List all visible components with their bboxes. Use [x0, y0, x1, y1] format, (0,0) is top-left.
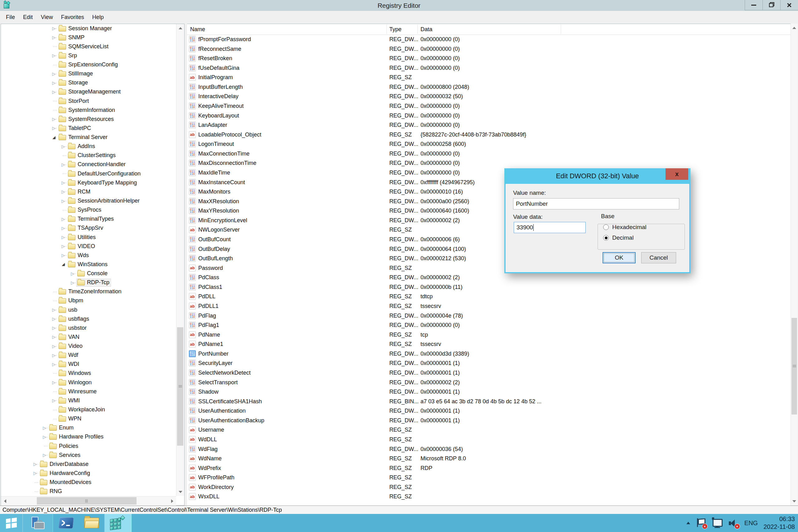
list-row-maxidletime[interactable]: 011110MaxIdleTimeREG_DW...0x00000000 (0): [187, 168, 791, 178]
tree-item-session-manager[interactable]: ▷Session Manager: [1, 24, 184, 33]
tree-item-content[interactable]: usbflags: [58, 315, 91, 323]
list-row-pddll1[interactable]: abPdDLL1REG_SZtssecsrv: [187, 301, 791, 311]
taskbar-powershell[interactable]: [53, 514, 79, 532]
list-row-userauthentication[interactable]: 011110UserAuthenticationREG_DW...0x00000…: [187, 406, 791, 416]
tree-item-content[interactable]: Services: [48, 451, 82, 459]
collapsed-arrow-icon[interactable]: ▷: [61, 197, 66, 205]
tree-item-usbstor[interactable]: ▷usbstor: [1, 323, 184, 332]
tree-item-content[interactable]: Wds: [67, 251, 90, 259]
collapsed-arrow-icon[interactable]: ▷: [52, 71, 56, 77]
tree-item-content[interactable]: Ubpm: [58, 297, 85, 305]
tree-item-content[interactable]: RDP-Tcp: [76, 279, 111, 287]
collapsed-arrow-icon[interactable]: ▷: [61, 216, 66, 223]
tree-item-content[interactable]: WorkplaceJoin: [58, 406, 107, 414]
start-button[interactable]: [0, 514, 23, 532]
collapsed-arrow-icon[interactable]: ▷: [33, 461, 38, 468]
tree-item-keyboardtype-mapping[interactable]: ▷KeyboardType Mapping: [1, 178, 184, 187]
tree-scrollbar-thumb[interactable]: [177, 327, 183, 446]
tree-item-wmi[interactable]: ▷WMI: [1, 396, 184, 405]
list-vertical-scrollbar[interactable]: [791, 24, 798, 505]
tree-item-ubpm[interactable]: Ubpm: [1, 297, 184, 305]
tree-item-content[interactable]: TSAppSrv: [67, 224, 105, 232]
tree-item-wdf[interactable]: ▷Wdf: [1, 351, 184, 360]
list-row-minencryptionlevel[interactable]: 011110MinEncryptionLevelREG_DW...0x00000…: [187, 216, 791, 225]
tree-item-rdp-tcp[interactable]: ▷RDP-Tcp: [1, 278, 184, 287]
tree-item-clustersettings[interactable]: ClusterSettings: [1, 151, 184, 160]
tree-item-hardwareconfig[interactable]: ▷HardwareConfig: [1, 469, 184, 478]
list-row-selectnetworkdetect[interactable]: 011110SelectNetworkDetectREG_DW...0x0000…: [187, 368, 791, 378]
collapsed-arrow-icon[interactable]: ▷: [52, 34, 56, 41]
list-row-pdclass1[interactable]: 011110PdClass1REG_DW...0x0000000b (11): [187, 282, 791, 292]
collapsed-arrow-icon[interactable]: ▷: [70, 270, 75, 277]
list-row-workdirectory[interactable]: abWorkDirectoryREG_SZ: [187, 482, 791, 492]
tree-item-srpextensionconfig[interactable]: SrpExtensionConfig: [1, 60, 184, 70]
list-row-wdflag[interactable]: 011110WdFlagREG_DW...0x00000036 (54): [187, 444, 791, 454]
list-row-interactivedelay[interactable]: 011110InteractiveDelayREG_DW...0x0000003…: [187, 92, 791, 101]
tree-item-systemresources[interactable]: ▷SystemResources: [1, 115, 184, 124]
list-row-maxmonitors[interactable]: 011110MaxMonitorsREG_DW...0x00000010 (16…: [187, 187, 791, 197]
list-row-lanadapter[interactable]: 011110LanAdapterREG_DW...0x00000000 (0): [187, 120, 791, 130]
restore-button[interactable]: [762, 0, 780, 10]
collapsed-arrow-icon[interactable]: ▷: [42, 424, 47, 431]
list-row-initialprogram[interactable]: abInitialProgramREG_SZ: [187, 73, 791, 82]
tree-item-content[interactable]: WMI: [58, 396, 81, 404]
tree-item-stillimage[interactable]: ▷StillImage: [1, 70, 184, 78]
list-row-selecttransport[interactable]: 011110SelectTransportREG_DW...0x00000002…: [187, 378, 791, 387]
collapsed-arrow-icon[interactable]: ▷: [52, 352, 56, 359]
list-row-nwlogonserver[interactable]: abNWLogonServerREG_SZ: [187, 225, 791, 235]
tree-item-content[interactable]: Enum: [48, 424, 75, 432]
tree-item-terminaltypes[interactable]: ▷TerminalTypes: [1, 215, 184, 224]
collapsed-arrow-icon[interactable]: ▷: [52, 89, 56, 95]
collapsed-arrow-icon[interactable]: ▷: [52, 334, 56, 340]
tree-item-driverdatabase[interactable]: ▷DriverDatabase: [1, 460, 184, 469]
list-row-wsxdll[interactable]: abWsxDLLREG_SZ: [187, 492, 791, 501]
volume-muted-icon[interactable]: ×: [728, 517, 739, 529]
ok-button[interactable]: OK: [603, 252, 635, 263]
list-row-fresetbroken[interactable]: 011110fResetBrokenREG_DW...0x00000000 (0…: [187, 54, 791, 63]
tree-item-content[interactable]: SystemResources: [58, 115, 115, 123]
minimize-button[interactable]: [745, 0, 762, 10]
tree-item-content[interactable]: StorageManagement: [58, 88, 122, 96]
list-row-outbuflength[interactable]: 011110OutBufLengthREG_DW...0x00000212 (5…: [187, 254, 791, 263]
list-row-inputbufferlength[interactable]: 011110InputBufferLengthREG_DW...0x000008…: [187, 82, 791, 92]
tree-item-content[interactable]: Console: [76, 270, 109, 278]
tree-item-console[interactable]: ▷Console: [1, 269, 184, 278]
tree-item-policies[interactable]: Policies: [1, 442, 184, 451]
collapsed-arrow-icon[interactable]: ▷: [61, 243, 66, 250]
tree-item-content[interactable]: WPN: [58, 415, 83, 423]
collapsed-arrow-icon[interactable]: ▷: [61, 143, 66, 150]
list-row-sslcertificatesha1hash[interactable]: 011110SSLCertificateSHA1HashREG_BIN...a7…: [187, 397, 791, 406]
collapsed-arrow-icon[interactable]: ▷: [61, 161, 66, 168]
tree-item-content[interactable]: SystemInformation: [58, 106, 117, 114]
collapsed-arrow-icon[interactable]: ▷: [61, 234, 66, 241]
menu-favorites[interactable]: Favorites: [57, 13, 88, 22]
tree-item-sqmservicelist[interactable]: SQMServiceList: [1, 42, 184, 51]
list-row-pdclass[interactable]: 011110PdClassREG_DW...0x00000002 (2): [187, 273, 791, 282]
tree-item-van[interactable]: ▷VAN: [1, 332, 184, 342]
collapsed-arrow-icon[interactable]: ▷: [33, 470, 38, 476]
list-row-wddll[interactable]: abWdDLLREG_SZ: [187, 435, 791, 444]
tree-item-video[interactable]: ▷VIDEO: [1, 242, 184, 251]
expanded-arrow-icon[interactable]: ◢: [61, 261, 66, 268]
tree-item-content[interactable]: StorPort: [58, 97, 90, 105]
tree-item-hardware-profiles[interactable]: ▷Hardware Profiles: [1, 433, 184, 442]
clock[interactable]: 06:33 2022-11-08: [763, 515, 795, 531]
menu-view[interactable]: View: [37, 13, 57, 22]
hexadecimal-radio[interactable]: Hexadecimal: [603, 224, 646, 231]
tree-item-workplacejoin[interactable]: WorkplaceJoin: [1, 405, 184, 415]
tree-item-services[interactable]: ▷Services: [1, 451, 184, 460]
list-row-keyboardlayout[interactable]: 011110KeyboardLayoutREG_DW...0x00000000 …: [187, 111, 791, 120]
tree-item-rcm[interactable]: ▷RCM: [1, 187, 184, 196]
tree-item-content[interactable]: RNG: [39, 488, 63, 496]
tree-vertical-scrollbar[interactable]: [176, 24, 184, 496]
tree-item-content[interactable]: StillImage: [58, 70, 94, 78]
language-indicator[interactable]: ENG: [744, 519, 758, 527]
taskbar-server-manager[interactable]: [23, 514, 53, 532]
tree-item-tsappsrv[interactable]: ▷TSAppSrv: [1, 224, 184, 233]
list-row-maxdisconnectiontime[interactable]: 011110MaxDisconnectionTimeREG_DW...0x000…: [187, 158, 791, 168]
tree-item-content[interactable]: Video: [58, 342, 84, 350]
collapsed-arrow-icon[interactable]: ▷: [52, 306, 56, 313]
tree-item-winstations[interactable]: ◢WinStations: [1, 260, 184, 269]
action-center-flag-icon[interactable]: ×: [696, 517, 706, 529]
tree-item-content[interactable]: DriverDatabase: [39, 460, 90, 468]
